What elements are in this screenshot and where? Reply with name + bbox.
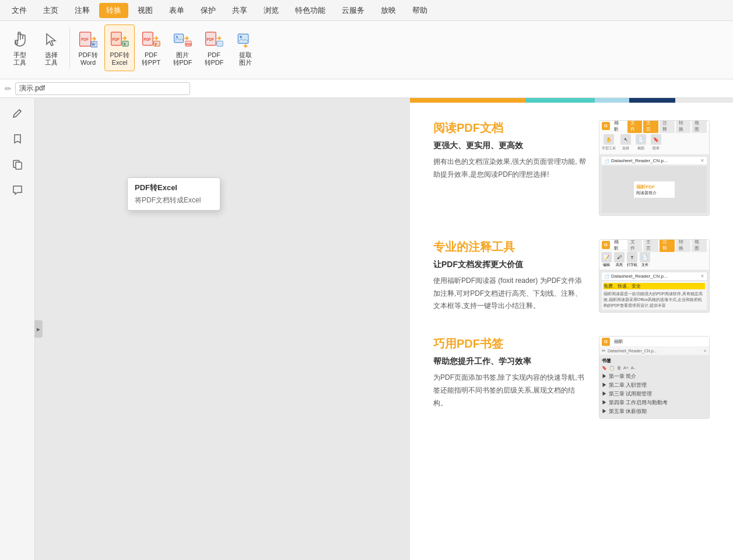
section3-title: 巧用PDF书签 <box>433 336 587 352</box>
main-area: ► 阅读PDF文档 更强大、更实用、更高效 拥有出色的文档渲染效果,强大的页面管… <box>0 98 733 560</box>
pen-sidebar-icon[interactable] <box>7 103 28 124</box>
mini-tab2-file: 文件 <box>627 239 643 252</box>
svg-rect-19 <box>174 34 184 42</box>
hand-tool-label: 手型工具 <box>13 51 26 66</box>
pdf-ppt-icon: PDF P <box>141 29 162 50</box>
section1-subtitle: 更强大、更实用、更高效 <box>433 141 587 151</box>
mini-hand-icon: ✋ <box>604 134 614 145</box>
svg-point-21 <box>176 36 178 37</box>
section1-image: G 福昕 文件 主页 注释 转换 视图 <box>599 120 710 216</box>
svg-point-32 <box>240 36 242 38</box>
pdf-to-ppt-label: PDF转PPT <box>142 51 160 66</box>
pdf-to-excel-button[interactable]: PDF X PDF转Excel <box>104 24 135 71</box>
bar-orange <box>410 98 525 103</box>
bar-lightblue <box>595 98 629 103</box>
section3-image: G 福昕 ✏ Datasheet_Reader_CN.p... ✕ 书签 🔖📋🗑… <box>599 336 710 419</box>
pdf-to-image-button[interactable]: PDF PDF转PDF <box>199 24 229 71</box>
mini-app-1: G 福昕 文件 主页 注释 转换 视图 <box>599 120 710 216</box>
pdf-section-2: 专业的注释工具 让PDF文档发挥更大价值 使用福昕PDF阅读器 (foxit r… <box>433 239 710 313</box>
svg-text:PDF: PDF <box>143 37 151 41</box>
pdf-to-excel-label: PDF转Excel <box>110 51 129 66</box>
comment-sidebar-icon[interactable] <box>7 180 28 201</box>
mini-bookmark-item-2: ▶ 第二章 入职管理 <box>602 381 707 390</box>
menu-share[interactable]: 共享 <box>225 3 254 18</box>
address-bar: ✏ <box>0 79 733 98</box>
extract-image-button[interactable]: 提取图片 <box>230 24 261 71</box>
mini-stamp-icon: 🔖 <box>651 134 661 145</box>
mini-app-2: G 福昕 文件 主页 注释 转换 视图 <box>599 239 710 313</box>
section1-text: 阅读PDF文档 更强大、更实用、更高效 拥有出色的文档渲染效果,强大的页面管理功… <box>433 120 587 216</box>
tooltip-dropdown: PDF转Excel 将PDF文档转成Excel <box>127 177 220 211</box>
section2-title: 专业的注释工具 <box>433 239 587 255</box>
mini-bookmark-item-4: ▶ 第四章 工作启用与勤勤考 <box>602 398 707 407</box>
image-to-pdf-button[interactable]: PDF 图片转PDF <box>167 24 198 71</box>
mini-app-bar-1: G 福昕 文件 主页 注释 转换 视图 <box>599 121 709 131</box>
menu-home[interactable]: 主页 <box>36 3 65 18</box>
tooltip-description: 将PDF文档转成Excel <box>135 195 213 205</box>
mini-text-block: 福昕阅读器是一款功能强大的PDF阅读软件,具有稳定高效,福昕阅读器采用Offic… <box>604 291 705 308</box>
mini-tab-annotate: 注释 <box>660 120 675 133</box>
mini-app-bar-2: G 福昕 文件 主页 注释 转换 视图 <box>599 240 709 250</box>
pdf-to-word-button[interactable]: PDF W PDF转Word <box>73 24 103 71</box>
menu-cloud[interactable]: 云服务 <box>335 3 371 18</box>
extract-icon <box>235 29 256 50</box>
image-to-pdf-label: 图片转PDF <box>173 51 192 66</box>
svg-text:PDF: PDF <box>206 37 214 41</box>
section2-image: G 福昕 文件 主页 注释 转换 视图 <box>599 239 710 313</box>
svg-text:PDF: PDF <box>112 37 120 41</box>
bookmark-sidebar-icon[interactable] <box>7 128 28 149</box>
pdf-section-1: 阅读PDF文档 更强大、更实用、更高效 拥有出色的文档渲染效果,强大的页面管理功… <box>433 120 710 216</box>
svg-text:X: X <box>123 41 126 46</box>
mini-filename-2: 📄 Datasheet_Reader_CN.p... ✕ <box>602 272 707 280</box>
svg-text:PDF: PDF <box>81 37 89 41</box>
select-tool-button[interactable]: 选择工具 <box>36 24 66 71</box>
mini-tab-view: 视图 <box>692 120 707 133</box>
section3-text: 巧用PDF书签 帮助您提升工作、学习效率 为PDF页面添加书签,除了实现内容的快… <box>433 336 587 419</box>
menu-slideshow[interactable]: 放映 <box>374 3 403 18</box>
pdf-excel-icon: PDF X <box>109 29 130 50</box>
filename-input[interactable] <box>15 82 190 95</box>
pdf-to-word-label: PDF转Word <box>79 51 98 66</box>
mini-content-1: 📄 Datasheet_Reader_CN.p... ✕ 福昕PDF 阅读器简介 <box>599 155 709 215</box>
mini-app-bar-3: G 福昕 <box>599 337 709 347</box>
mini-toolbar-1: ✋ 手型工具 ↖ 选择 <box>599 131 709 155</box>
mini-bookmark-tab-label: Datasheet_Reader_CN.p... <box>608 349 657 353</box>
extract-image-label: 提取图片 <box>239 51 252 66</box>
pdf-to-ppt-button[interactable]: PDF P PDF转PPT <box>136 24 166 71</box>
bar-navy <box>629 98 675 103</box>
mini-tab-file: 文件 <box>627 120 643 133</box>
pdf-top-bar <box>410 98 733 103</box>
pdf-to-image-label: PDF转PDF <box>205 51 224 66</box>
hand-tool-button[interactable]: 手型工具 <box>5 24 35 71</box>
collapse-handle[interactable]: ► <box>34 320 43 338</box>
menu-file[interactable]: 文件 <box>5 3 34 18</box>
mini-filename-1: 📄 Datasheet_Reader_CN.p... ✕ <box>602 157 707 164</box>
section3-subtitle: 帮助您提升工作、学习效率 <box>433 356 587 367</box>
menu-view[interactable]: 视图 <box>131 3 160 18</box>
left-sidebar <box>0 98 35 560</box>
mini-tab-home: 主页 <box>643 120 658 133</box>
mini-bookmark-item-1: ▶ 第一章 简介 <box>602 372 707 381</box>
svg-rect-30 <box>238 34 248 43</box>
pdf-img-icon: PDF <box>204 29 225 50</box>
mini-toolbar-2: 📝 编辑 🖊 高亮 T 打字机 <box>599 250 709 270</box>
section2-subtitle: 让PDF文档发挥更大价值 <box>433 260 587 270</box>
menu-help[interactable]: 帮助 <box>405 3 434 18</box>
pages-sidebar-icon[interactable] <box>7 154 28 175</box>
menu-features[interactable]: 特色功能 <box>288 3 332 18</box>
mini-typewriter-icon: 📄 <box>640 252 650 262</box>
menu-protect[interactable]: 保护 <box>194 3 223 18</box>
cursor-icon <box>41 29 62 50</box>
menu-browse[interactable]: 浏览 <box>257 3 286 18</box>
menu-annotate[interactable]: 注释 <box>68 3 97 18</box>
svg-rect-34 <box>16 162 22 169</box>
mini-pen-icon: ✏ <box>602 348 606 354</box>
mini-highlight-text: 免费、快速、安全 <box>604 283 705 289</box>
menu-form[interactable]: 表单 <box>162 3 191 18</box>
bar-grey <box>675 98 733 103</box>
mini-doc-icon: 📄 <box>636 134 646 145</box>
mini-content-2: 📄 Datasheet_Reader_CN.p... ✕ 免费、快速、安全 福昕… <box>599 270 709 312</box>
menu-convert[interactable]: 转换 <box>99 3 128 18</box>
mini-tab-convert: 转换 <box>676 120 691 133</box>
mini-tab2-view: 视图 <box>692 239 707 252</box>
